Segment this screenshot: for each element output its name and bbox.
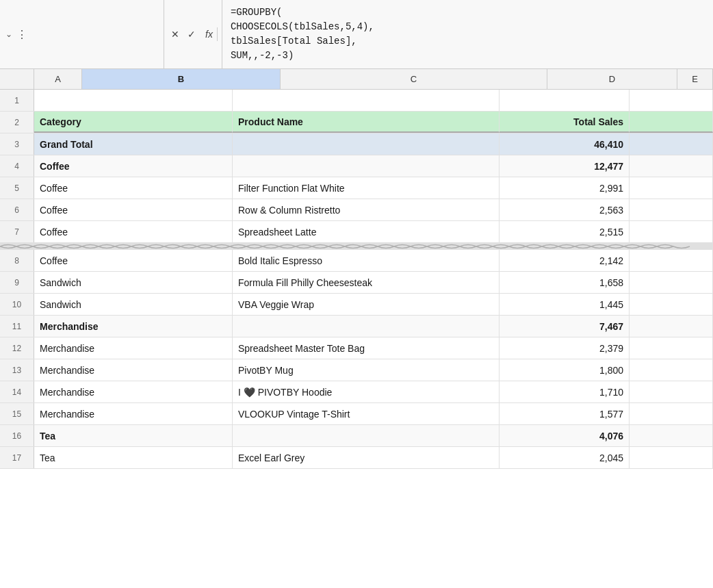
grand-total-value-cell[interactable]: 46,410 — [500, 133, 630, 155]
cell-category-14[interactable]: Merchandise — [34, 381, 233, 402]
row-num-8: 8 — [0, 250, 34, 271]
row-num-4: 4 — [0, 155, 34, 177]
cell-extra-13[interactable] — [630, 359, 713, 381]
cell-sales-13[interactable]: 1,800 — [500, 359, 630, 381]
cell-extra-8[interactable] — [630, 250, 713, 271]
product-value: Formula Fill Philly Cheesesteak — [238, 277, 372, 288]
cell-extra-9[interactable] — [630, 272, 713, 293]
cell-product-17[interactable]: Excel Earl Grey — [233, 447, 500, 468]
row-num-10: 10 — [0, 294, 34, 315]
product-value: Spreadsheet Latte — [238, 227, 316, 238]
header-extra-cell[interactable] — [630, 112, 713, 133]
cell-product-10[interactable]: VBA Veggie Wrap — [233, 294, 500, 315]
formula-input[interactable]: =GROUPBY( CHOOSECOLS(tblSales,5,4), tblS… — [222, 0, 713, 68]
cell-c1[interactable] — [233, 90, 500, 111]
cell-product-15[interactable]: VLOOKUP Vintage T-Shirt — [233, 403, 500, 424]
cell-sales-6[interactable]: 2,563 — [500, 199, 630, 220]
sales-value: 1,577 — [599, 409, 623, 420]
cell-category-16[interactable]: Tea — [34, 425, 233, 446]
cell-product-13[interactable]: PivotBY Mug — [233, 359, 500, 381]
cell-sales-9[interactable]: 1,658 — [500, 272, 630, 293]
cell-extra-16[interactable] — [630, 425, 713, 446]
col-header-d[interactable]: D — [547, 69, 677, 89]
cell-sales-11[interactable]: 7,467 — [500, 316, 630, 337]
cell-extra-14[interactable] — [630, 381, 713, 402]
cell-product-14[interactable]: I 🖤 PIVOTBY Hoodie — [233, 381, 500, 402]
cell-extra-15[interactable] — [630, 403, 713, 424]
grand-total-extra-cell[interactable] — [630, 133, 713, 155]
cell-extra-11[interactable] — [630, 316, 713, 337]
table-row: 4 Coffee 12,477 — [0, 155, 713, 177]
sales-value: 2,045 — [599, 452, 623, 463]
row-num-16: 16 — [0, 425, 34, 446]
cell-sales-4[interactable]: 12,477 — [500, 155, 630, 177]
row-num-13: 13 — [0, 359, 34, 381]
col-header-b[interactable]: B — [82, 69, 281, 89]
cell-category-13[interactable]: Merchandise — [34, 359, 233, 381]
cell-category-12[interactable]: Merchandise — [34, 337, 233, 359]
cell-category-6[interactable]: Coffee — [34, 199, 233, 220]
cell-product-8[interactable]: Bold Italic Espresso — [233, 250, 500, 271]
header-category-cell[interactable]: Category — [34, 112, 233, 133]
cell-category-9[interactable]: Sandwich — [34, 272, 233, 293]
header-sales-cell[interactable]: Total Sales — [500, 112, 630, 133]
row-num-2: 2 — [0, 112, 34, 133]
cell-category-5[interactable]: Coffee — [34, 177, 233, 199]
row-num-7: 7 — [0, 221, 34, 242]
product-value: PivotBY Mug — [238, 365, 294, 376]
row-num-17: 17 — [0, 447, 34, 468]
cell-extra-6[interactable] — [630, 199, 713, 220]
cell-extra-5[interactable] — [630, 177, 713, 199]
cancel-formula-button[interactable]: ✕ — [168, 27, 182, 41]
cell-extra-7[interactable] — [630, 221, 713, 242]
cell-product-7[interactable]: Spreadsheet Latte — [233, 221, 500, 242]
cell-sales-12[interactable]: 2,379 — [500, 337, 630, 359]
confirm-formula-button[interactable]: ✓ — [185, 27, 198, 41]
cell-product-12[interactable]: Spreadsheet Master Tote Bag — [233, 337, 500, 359]
cell-e1[interactable] — [630, 90, 713, 111]
sales-value: 1,658 — [599, 277, 623, 288]
cell-category-11[interactable]: Merchandise — [34, 316, 233, 337]
table-row: 16 Tea 4,076 — [0, 425, 713, 447]
cell-sales-5[interactable]: 2,991 — [500, 177, 630, 199]
cell-product-4[interactable] — [233, 155, 500, 177]
cell-sales-7[interactable]: 2,515 — [500, 221, 630, 242]
header-product-label: Product Name — [238, 116, 303, 127]
cell-sales-14[interactable]: 1,710 — [500, 381, 630, 402]
name-box-area: ⌄ ⋮ — [0, 0, 164, 68]
cell-sales-17[interactable]: 2,045 — [500, 447, 630, 468]
cell-category-15[interactable]: Merchandise — [34, 403, 233, 424]
header-product-cell[interactable]: Product Name — [233, 112, 500, 133]
cell-category-10[interactable]: Sandwich — [34, 294, 233, 315]
header-category-label: Category — [40, 116, 81, 127]
col-header-e[interactable]: E — [677, 69, 713, 89]
cell-sales-8[interactable]: 2,142 — [500, 250, 630, 271]
category-value: Tea — [40, 431, 55, 442]
cell-b1[interactable] — [34, 90, 233, 111]
cell-extra-12[interactable] — [630, 337, 713, 359]
cell-sales-15[interactable]: 1,577 — [500, 403, 630, 424]
cell-category-4[interactable]: Coffee — [34, 155, 233, 177]
grand-total-empty-cell[interactable] — [233, 133, 500, 155]
cell-sales-16[interactable]: 4,076 — [500, 425, 630, 446]
cell-product-9[interactable]: Formula Fill Philly Cheesesteak — [233, 272, 500, 293]
cell-category-7[interactable]: Coffee — [34, 221, 233, 242]
product-value: Spreadsheet Master Tote Bag — [238, 343, 365, 354]
grid-area: 1 2 Category Product Name Total Sales — [0, 90, 713, 588]
cell-extra-10[interactable] — [630, 294, 713, 315]
cell-d1[interactable] — [500, 90, 630, 111]
cell-product-16[interactable] — [233, 425, 500, 446]
cell-extra-17[interactable] — [630, 447, 713, 468]
product-value: Row & Column Ristretto — [238, 205, 340, 216]
cell-extra-4[interactable] — [630, 155, 713, 177]
cell-category-17[interactable]: Tea — [34, 447, 233, 468]
cell-product-6[interactable]: Row & Column Ristretto — [233, 199, 500, 220]
col-header-a[interactable]: A — [34, 69, 82, 89]
cell-sales-10[interactable]: 1,445 — [500, 294, 630, 315]
grand-total-label-cell[interactable]: Grand Total — [34, 133, 233, 155]
col-header-c[interactable]: C — [281, 69, 547, 89]
cell-product-11[interactable] — [233, 316, 500, 337]
cell-category-8[interactable]: Coffee — [34, 250, 233, 271]
insert-function-button[interactable]: fx — [201, 27, 218, 41]
cell-product-5[interactable]: Filter Function Flat White — [233, 177, 500, 199]
